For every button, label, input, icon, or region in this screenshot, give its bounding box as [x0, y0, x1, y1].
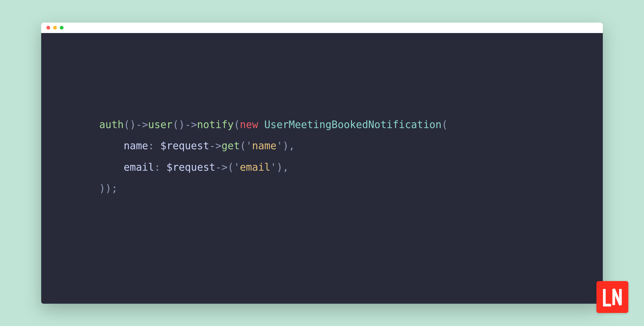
token-function: user	[148, 119, 173, 130]
traffic-lights	[46, 26, 64, 30]
token-string: name	[252, 140, 276, 152]
code-line-2: name: $request->get('name'),	[99, 140, 295, 152]
token-punctuation: ),	[276, 161, 289, 173]
token-indent	[99, 161, 124, 173]
token-punctuation: :	[154, 161, 167, 173]
code-window: auth()->user()->notify(new UserMeetingBo…	[41, 23, 603, 304]
token-indent	[99, 140, 124, 152]
token-quote: '	[276, 140, 283, 152]
token-punctuation: (	[240, 140, 246, 152]
token-variable: $request	[167, 161, 216, 173]
maximize-button[interactable]	[60, 26, 64, 30]
token-function: notify	[197, 119, 234, 130]
token-arrow: ->	[185, 119, 197, 130]
token-space	[258, 119, 264, 130]
token-param: email	[124, 161, 154, 173]
token-quote: '	[270, 161, 276, 173]
token-string: email	[240, 161, 270, 173]
code-line-1: auth()->user()->notify(new UserMeetingBo…	[99, 119, 448, 130]
token-function: get	[221, 140, 240, 152]
token-variable: $request	[160, 140, 209, 152]
token-arrow: ->	[136, 119, 148, 130]
token-punctuation: ),	[283, 140, 295, 152]
token-param: name	[124, 140, 148, 152]
token-punctuation: ));	[99, 183, 117, 194]
token-punctuation: ()	[173, 119, 185, 130]
token-keyword: new	[240, 119, 258, 130]
token-punctuation: ()	[124, 119, 136, 130]
token-punctuation: :	[148, 140, 160, 152]
token-punctuation: (	[228, 161, 234, 173]
logo-badge	[596, 281, 628, 313]
code-line-4: ));	[99, 183, 117, 194]
window-titlebar	[41, 23, 603, 33]
token-class: UserMeetingBookedNotification	[264, 119, 442, 130]
token-quote: '	[246, 140, 252, 152]
token-arrow: ->	[215, 161, 227, 173]
code-editor: auth()->user()->notify(new UserMeetingBo…	[41, 33, 603, 304]
token-function: auth	[99, 119, 124, 130]
token-punctuation: (	[234, 119, 240, 130]
token-quote: '	[234, 161, 240, 173]
token-arrow: ->	[209, 140, 221, 152]
code-line-3: email: $request->('email'),	[99, 161, 289, 173]
ln-logo-icon	[602, 286, 623, 308]
token-punctuation: (	[442, 119, 448, 130]
minimize-button[interactable]	[53, 26, 57, 30]
close-button[interactable]	[46, 26, 50, 30]
